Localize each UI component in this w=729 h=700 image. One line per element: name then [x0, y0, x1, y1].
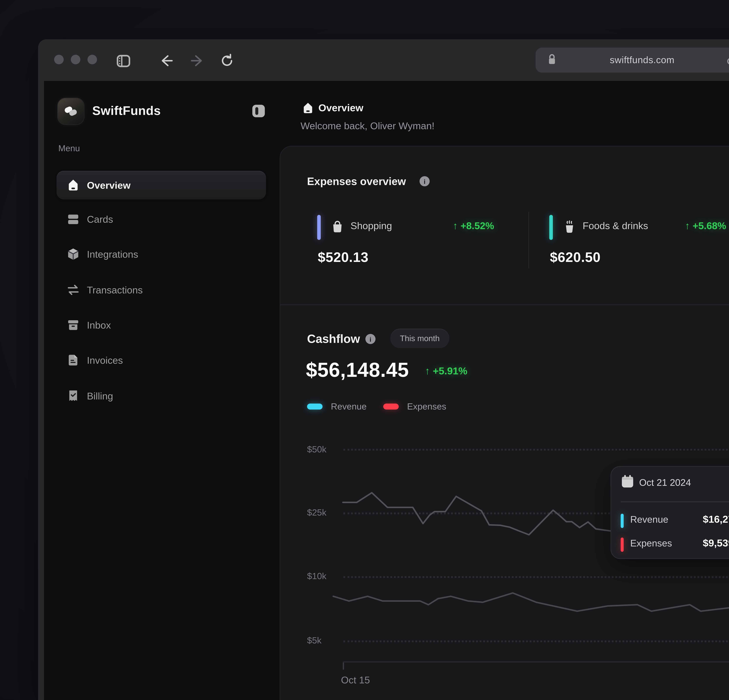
cube-icon — [67, 248, 80, 261]
expenses-legend-label: Expenses — [407, 401, 446, 411]
sidebar-item-overview[interactable]: Overview — [57, 171, 266, 199]
cashflow-total: $56,148.45 — [306, 358, 409, 382]
sidebar-item-cards[interactable]: Cards — [57, 205, 266, 233]
welcome-message: Welcome back, Oliver Wyman! — [301, 120, 434, 132]
lock-icon — [547, 54, 556, 68]
swiftfunds-logo — [58, 98, 84, 124]
shopping-amount: $520.13 — [318, 249, 369, 266]
stat-divider — [529, 212, 529, 269]
shopping-bag-icon — [330, 219, 344, 234]
sidebar-collapse-icon[interactable] — [253, 105, 265, 117]
chart-legend[interactable]: Revenue Expenses — [307, 401, 455, 411]
x-axis-line — [343, 661, 729, 662]
hot-drink-icon — [562, 219, 577, 234]
tooltip-expenses-row: Expenses $9,539 ↓ +2.13% — [621, 536, 729, 553]
y-tick-25k: $25k — [307, 507, 327, 517]
overview-home-icon — [302, 102, 314, 117]
window-minimize-button[interactable] — [71, 55, 80, 64]
forward-icon[interactable] — [190, 54, 204, 68]
calendar-icon — [621, 474, 635, 491]
inbox-icon — [67, 318, 80, 332]
sidebar-item-invoices[interactable]: Invoices — [57, 346, 266, 374]
sidebar-item-billing[interactable]: Billing — [57, 382, 266, 410]
foods-amount: $620.50 — [550, 249, 601, 266]
url-text: swiftfunds.com — [610, 55, 674, 65]
share-link-icon[interactable] — [726, 53, 729, 68]
browser-window: swiftfunds.com SwiftFunds Menu — [38, 39, 729, 700]
chart-tooltip: Oct 21 2024 Revenue $16,278 ↑ +4.75% Exp… — [611, 466, 729, 559]
y-tick-5k: $5k — [307, 635, 321, 645]
window-close-button[interactable] — [54, 55, 64, 64]
cashflow-info-icon[interactable]: i — [365, 334, 375, 344]
reload-icon[interactable] — [220, 54, 234, 68]
page-title: Overview — [318, 102, 363, 114]
window-zoom-button[interactable] — [87, 55, 97, 64]
invoice-document-icon — [67, 353, 80, 367]
expenses-legend-swatch — [383, 403, 399, 409]
tooltip-date: Oct 21 2024 — [639, 477, 691, 488]
sidebar: SwiftFunds Menu Overview Cards — [44, 81, 280, 700]
period-selector[interactable]: This month — [391, 328, 449, 348]
y-tick-10k: $10k — [307, 571, 327, 581]
tooltip-divider — [621, 501, 729, 502]
back-icon[interactable] — [160, 54, 174, 68]
home-icon — [67, 179, 80, 192]
foods-accent-bar — [549, 215, 553, 240]
section-divider — [280, 304, 729, 305]
y-tick-50k: $50k — [307, 444, 327, 454]
stat-shopping: Shopping ↑ +8.52% $520.13 — [317, 212, 529, 270]
shopping-change: ↑ +8.52% — [453, 220, 494, 232]
cashflow-title: Cashflow — [307, 332, 360, 346]
foods-change: ↑ +5.68% — [685, 220, 726, 232]
app-content: SwiftFunds Menu Overview Cards — [44, 81, 729, 700]
tooltip-revenue-row: Revenue $16,278 ↑ +4.75% — [621, 512, 729, 530]
cashflow-change: ↑ +5.91% — [425, 366, 467, 378]
cards-icon — [67, 212, 80, 226]
expenses-overview-title: Expenses overview — [307, 176, 406, 188]
browser-toolbar: swiftfunds.com — [38, 39, 729, 81]
screen: swiftfunds.com SwiftFunds Menu — [0, 0, 729, 700]
stat-foods-drinks: Foods & drinks ↑ +5.68% $620.50 — [549, 212, 729, 270]
expenses-info-icon[interactable]: i — [420, 176, 430, 186]
menu-section-label: Menu — [58, 144, 80, 153]
receipt-icon — [67, 389, 80, 402]
shopping-accent-bar — [317, 215, 321, 240]
x-tick-oct15 — [343, 662, 344, 670]
address-bar[interactable]: swiftfunds.com — [536, 48, 729, 73]
x-label-oct15: Oct 15 — [341, 674, 370, 686]
sidebar-item-integrations[interactable]: Integrations — [57, 240, 266, 269]
browser-sidebar-toggle-icon[interactable] — [116, 54, 130, 68]
revenue-legend-label: Revenue — [331, 401, 366, 411]
sidebar-item-inbox[interactable]: Inbox — [57, 311, 266, 339]
brand-name: SwiftFunds — [92, 103, 161, 118]
dashboard-card: Expenses overview i Shopping ↑ +8.52% $5… — [280, 146, 729, 700]
transfer-arrows-icon — [67, 283, 80, 296]
sidebar-item-transactions[interactable]: Transactions — [57, 276, 266, 304]
revenue-legend-swatch — [307, 403, 322, 409]
